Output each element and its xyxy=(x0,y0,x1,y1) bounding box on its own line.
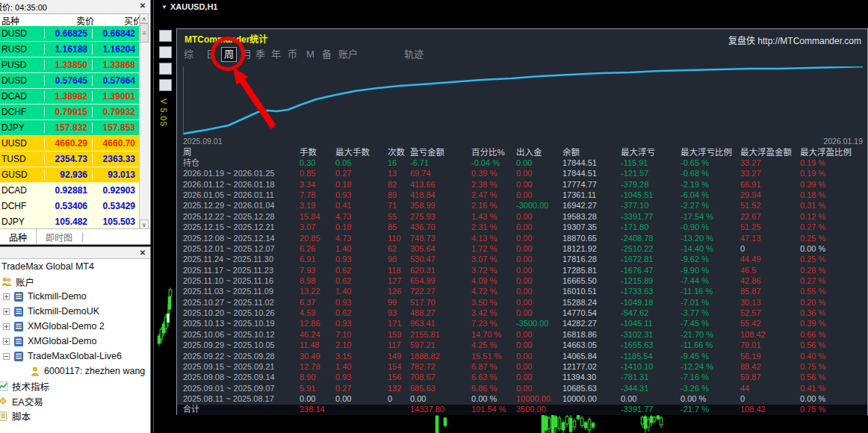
panel-tab-账户[interactable]: 账户 xyxy=(338,47,358,62)
sidebar-item-ea-[interactable]: EA交易 xyxy=(0,393,150,408)
panel-tab-月[interactable]: 月 xyxy=(242,47,252,62)
stats-cell: 17774.77 xyxy=(562,180,621,190)
scrollbar-thumb[interactable]: ≡ xyxy=(140,23,149,43)
stats-cell: 0.85 xyxy=(300,169,335,178)
market-row[interactable]: DCAD1.389821.39001 xyxy=(0,89,140,105)
stats-cell: -12.24 % xyxy=(681,362,740,372)
stats-cell: 6.63 % xyxy=(471,373,516,382)
stats-cell: 2025.09.01 ~ 2025.09.07 xyxy=(183,384,300,393)
stats-cell: 0.00 xyxy=(516,276,562,286)
stats-cell: 0.62 xyxy=(335,266,388,275)
panel-tab-日[interactable]: 日 xyxy=(206,47,216,62)
check-button[interactable] xyxy=(159,79,172,91)
column-ask[interactable]: 买价 xyxy=(99,14,145,27)
sidebar-item-label: Tickmill-Demo xyxy=(28,291,87,302)
expand-icon[interactable] xyxy=(3,338,10,345)
close-icon[interactable]: ✕ xyxy=(137,1,148,11)
brand-link[interactable]: 复盘侠 http://MTCommander.com xyxy=(728,34,861,46)
panel-tab-周[interactable]: 周 xyxy=(221,47,237,62)
panel-tab-备[interactable]: 备 xyxy=(322,47,332,62)
tab-tick-chart[interactable]: 即时图 xyxy=(37,229,81,244)
stats-cell: -1215.89 xyxy=(621,276,681,286)
stats-cell: 108.42 xyxy=(740,405,800,414)
sidebar-item--[interactable]: 账户 xyxy=(0,274,150,289)
expand-icon[interactable] xyxy=(3,293,10,300)
collapse-icon[interactable] xyxy=(3,353,10,360)
market-row[interactable]: GUSD92.93693.013 xyxy=(0,167,140,183)
move-button[interactable] xyxy=(159,46,172,58)
tab-symbols[interactable]: 品种 xyxy=(0,229,37,244)
stats-cell: 98 xyxy=(388,255,410,264)
sidebar-item--[interactable]: 脚本 xyxy=(0,408,150,423)
stats-cell: 4.73 xyxy=(335,234,388,243)
market-watch-tabs: 品种 即时图 | xyxy=(0,228,150,245)
sidebar-item-trademax-global-mt4[interactable]: TradeMax Global MT4 xyxy=(0,259,150,274)
market-row[interactable]: PUSD1.338501.33868 xyxy=(0,57,140,73)
scroll-up-icon[interactable]: ∧ xyxy=(140,13,149,23)
stats-cell: 159 xyxy=(388,330,410,340)
market-row[interactable]: TUSD2354.732363.33 xyxy=(0,152,140,167)
column-bid[interactable]: 卖价 xyxy=(48,14,99,27)
stats-cell: -3.77 % xyxy=(681,308,740,318)
market-row[interactable]: DCHF0.534060.53429 xyxy=(0,199,140,214)
market-row[interactable]: DUSD0.668250.66842 xyxy=(0,26,140,42)
sidebar-item-trademaxglobal-live6[interactable]: TradeMaxGlobal-Live6 xyxy=(0,349,150,364)
stats-cell: 46.24 xyxy=(300,330,335,340)
stats-cell: 0.00 xyxy=(516,180,562,190)
panel-tab-综[interactable]: 综 xyxy=(184,47,193,62)
stats-cell: 3.07 % xyxy=(471,255,516,264)
expand-icon[interactable] xyxy=(3,323,10,330)
stats-cell: 47.13 xyxy=(740,234,800,243)
stats-cell: 1888.82 xyxy=(410,352,471,361)
market-row[interactable]: DJPY105.482105.503 xyxy=(0,214,140,230)
stats-cell: 132 xyxy=(388,384,410,393)
panel-tab-轨迹[interactable]: 轨迹 xyxy=(404,47,424,62)
market-watch-panel: 报价: 04:35:00 ✕ 品种 卖价 买价 DUSD0.668250.668… xyxy=(0,0,151,245)
sidebar-item-6000117-zhezhen-wang[interactable]: 6000117: zhezhen wang xyxy=(0,364,150,379)
stats-cell: 20.85 xyxy=(300,234,335,243)
stats-cell: 12.86 xyxy=(300,319,335,328)
sidebar-item-xmglobal-demo-2[interactable]: XMGlobal-Demo 2 xyxy=(0,319,150,334)
ask-price: 1.16204 xyxy=(93,44,140,54)
minimize-button[interactable] xyxy=(159,30,172,42)
stats-cell: 15.84 xyxy=(300,212,335,222)
market-row[interactable]: RUSD1.161881.16204 xyxy=(0,42,140,57)
help-button[interactable] xyxy=(159,63,172,75)
panel-tab-年[interactable]: 年 xyxy=(271,47,281,62)
stats-cell: 79.01 xyxy=(740,340,800,350)
sidebar-item-tickmill-demouk[interactable]: Tickmill-DemoUK xyxy=(0,304,150,319)
panel-splitter[interactable] xyxy=(153,0,154,433)
market-row[interactable]: UUSD4660.294660.70 xyxy=(0,136,140,152)
stats-header-row: 周手数最大手数次数盈亏金额百分比%出入金余额最大浮亏最大浮亏比例最大浮盈金额最大… xyxy=(177,147,867,158)
expand-icon[interactable] xyxy=(3,308,10,315)
sidebar-item-label: XMGlobal-Demo 2 xyxy=(28,321,105,331)
stats-cell: 2025.11.24 ~ 2025.11.30 xyxy=(183,255,300,264)
symbol-label: DCHF xyxy=(0,201,45,211)
stats-cell: 0.19 % xyxy=(800,158,867,168)
column-symbol[interactable]: 品种 xyxy=(0,14,48,27)
market-row[interactable]: DJPY157.832157.853 xyxy=(0,120,140,136)
stats-cell: 0.00 % xyxy=(681,394,740,404)
panel-tab-M[interactable]: M xyxy=(306,47,314,62)
stats-cell: 3500.00 xyxy=(516,405,562,414)
close-icon[interactable]: ✕ xyxy=(137,248,148,258)
tab-separator: | xyxy=(81,231,84,242)
panel-tab-季[interactable]: 季 xyxy=(255,47,265,62)
stats-cell: 6.86 % xyxy=(471,384,516,393)
stats-cell: 436.70 xyxy=(410,222,471,232)
market-row[interactable]: DCAD0.928810.92903 xyxy=(0,183,140,199)
stats-cell: 2.31 % xyxy=(471,222,516,232)
stats-cell: 2155.81 xyxy=(410,330,471,340)
stats-cell: 3.07 xyxy=(300,222,335,232)
stats-cell: 33.27 xyxy=(740,158,800,168)
stats-cell: 685.63 xyxy=(410,384,471,393)
sidebar-item-xmglobal-demo[interactable]: XMGlobal-Demo xyxy=(0,334,150,349)
market-row[interactable]: DCHF0.799150.79932 xyxy=(0,105,140,120)
stats-cell: -1676.47 xyxy=(621,266,681,275)
market-row[interactable]: DUSD0.576450.57664 xyxy=(0,73,140,89)
stats-row: 2025.09.08 ~ 2025.09.148.900.93156708.67… xyxy=(177,373,867,383)
sidebar-item-tickmill-demo[interactable]: Tickmill-Demo xyxy=(0,289,150,304)
sidebar-item--[interactable]: 技术指标 xyxy=(0,379,150,393)
panel-tab-币[interactable]: 币 xyxy=(288,47,297,62)
market-watch-scrollbar[interactable]: ∧ ≡ ∨ xyxy=(139,13,149,229)
